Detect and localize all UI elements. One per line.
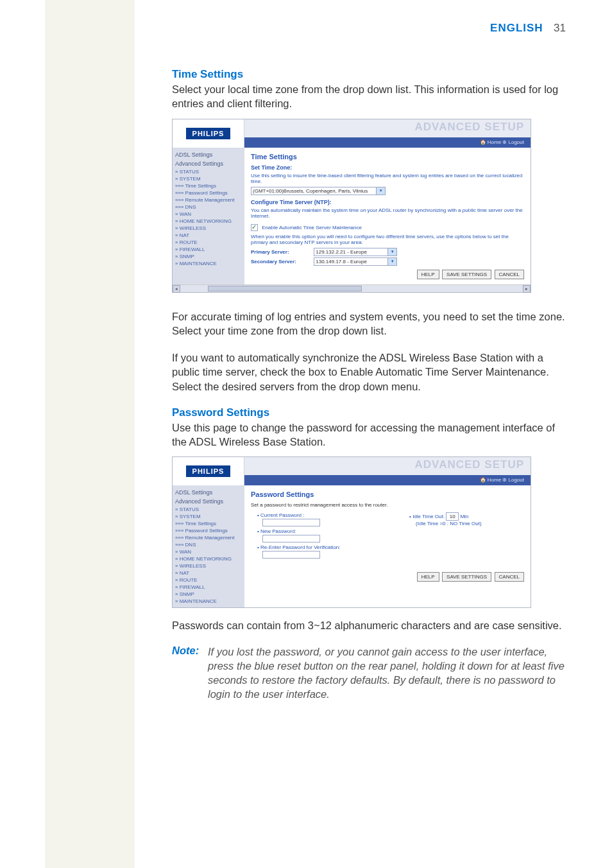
enable-ntp-row: Enable Automatic Time Server Maintenance [251, 224, 524, 231]
philips-logo: PHILIPS [186, 128, 231, 139]
banner-bar[interactable]: 🏠 Home ⊕ Logout [244, 137, 531, 148]
sidebar-item[interactable]: » SNMP [175, 253, 244, 260]
sidebar-item[interactable]: » SYSTEM [175, 513, 244, 520]
scrollbar-track[interactable] [180, 285, 523, 292]
sidebar-heading-adsl[interactable]: ADSL Settings [175, 488, 244, 497]
sidebar-item[interactable]: » FIREWALL [175, 246, 244, 253]
set-time-zone-label: Set Time Zone: [251, 164, 524, 171]
sidebar-item[interactable]: » HOME NETWORKING [175, 555, 244, 562]
main-content: Time Settings Select your local time zon… [172, 68, 566, 702]
sidebar-item[interactable]: »»» DNS [175, 204, 244, 211]
logo-area: PHILIPS [173, 457, 244, 485]
panel-title: Password Settings [251, 490, 524, 498]
sidebar-heading-adsl[interactable]: ADSL Settings [175, 150, 244, 159]
chevron-down-icon: ▾ [387, 258, 396, 265]
secondary-server-row: Secondary Server: 130.149.17.8 - Europe … [251, 257, 524, 266]
reenter-password-input[interactable] [262, 551, 320, 559]
main-panel: Password Settings Set a password to rest… [244, 485, 531, 607]
idle-timeout-hint: (Idle Time =0 : NO Time Out) [416, 521, 524, 526]
password-settings-heading: Password Settings [172, 406, 566, 419]
sidebar-item[interactable]: »»» Password Settings [175, 189, 244, 196]
sidebar-item[interactable]: » SNMP [175, 591, 244, 598]
password-fields: Current Password : New Password: Re-Ente… [251, 510, 401, 560]
sidebar-item[interactable]: »»» Remote Management [175, 534, 244, 541]
time-settings-intro: Select your local time zone from the dro… [172, 82, 566, 111]
idle-timeout-input[interactable]: 10 [446, 512, 459, 521]
new-password-input[interactable] [262, 535, 320, 542]
sidebar: ADSL Settings Advanced Settings » STATUS… [173, 148, 244, 284]
logo-area: PHILIPS [173, 119, 244, 148]
sidebar-item[interactable]: » WIRELESS [175, 562, 244, 569]
sidebar-heading-advanced[interactable]: Advanced Settings [175, 159, 244, 168]
sidebar-item[interactable]: » NAT [175, 569, 244, 577]
note-block: Note: If you lost the password, or you c… [172, 645, 566, 702]
button-row: HELP SAVE SETTINGS CANCEL [251, 270, 524, 279]
left-margin-column [45, 0, 135, 868]
secondary-server-value: 130.149.17.8 - Europe [316, 259, 367, 265]
sidebar-item[interactable]: » ROUTE [175, 577, 244, 584]
sidebar-item[interactable]: » WAN [175, 548, 244, 555]
sidebar-item[interactable]: » STATUS [175, 168, 244, 175]
sidebar-item[interactable]: » STATUS [175, 506, 244, 513]
sidebar-item[interactable]: »»» DNS [175, 541, 244, 548]
note-label: Note: [172, 645, 208, 702]
sidebar-item[interactable]: »»» Time Settings [175, 520, 244, 527]
page-header: ENGLISH 31 [490, 22, 566, 35]
save-settings-button[interactable]: SAVE SETTINGS [442, 270, 491, 279]
help-button[interactable]: HELP [417, 572, 439, 582]
sidebar-item[interactable]: »»» Time Settings [175, 182, 244, 189]
panel-title: Time Settings [251, 153, 524, 161]
save-settings-button[interactable]: SAVE SETTINGS [442, 572, 491, 582]
primary-server-value: 129.132.2.21 - Europe [316, 249, 367, 255]
timezone-select[interactable]: (GMT+01:00)Brussels, Copenhagen, Paris, … [251, 187, 386, 195]
banner: ADVANCED SETUP 🏠 Home ⊕ Logout [244, 119, 531, 148]
sidebar-item[interactable]: » HOME NETWORKING [175, 218, 244, 225]
time-settings-screenshot: PHILIPS ADVANCED SETUP 🏠 Home ⊕ Logout A… [172, 119, 531, 293]
chevron-down-icon: ▾ [376, 187, 385, 195]
ntp-description-2: When you enable this option you will nee… [251, 234, 524, 245]
secondary-server-select[interactable]: 130.149.17.8 - Europe ▾ [314, 257, 397, 266]
tz-description: Use this setting to insure the time-base… [251, 173, 524, 184]
scroll-left-icon[interactable]: ◂ [173, 285, 180, 293]
primary-server-row: Primary Server: 129.132.2.21 - Europe ▾ [251, 248, 524, 256]
horizontal-scrollbar[interactable]: ◂ ▸ [173, 284, 531, 292]
current-password-input[interactable] [262, 519, 320, 526]
cancel-button[interactable]: CANCEL [495, 270, 524, 279]
panel-subtitle: Set a password to restrict management ac… [251, 502, 524, 508]
sidebar-item[interactable]: » MAINTENANCE [175, 598, 244, 605]
help-button[interactable]: HELP [417, 270, 439, 279]
banner-title: ADVANCED SETUP [415, 458, 524, 471]
sidebar-item[interactable]: » SYSTEM [175, 175, 244, 182]
sidebar-item[interactable]: » NAT [175, 232, 244, 239]
secondary-server-label: Secondary Server: [251, 259, 312, 265]
sidebar-item[interactable]: » MAINTENANCE [175, 260, 244, 267]
sidebar-item[interactable]: »»» Remote Management [175, 196, 244, 204]
idle-timeout-label: Idle Time Out: [412, 514, 445, 519]
reenter-password-label: Re-Enter Password for Verification: [257, 544, 401, 550]
new-password-label: New Password: [257, 528, 401, 534]
time-settings-para3: If you want to automatically synchronize… [172, 351, 566, 394]
primary-server-select[interactable]: 129.132.2.21 - Europe ▾ [314, 248, 397, 256]
timezone-value: (GMT+01:00)Brussels, Copenhagen, Paris, … [253, 188, 368, 194]
password-settings-intro: Use this page to change the password for… [172, 421, 566, 449]
chevron-down-icon: ▾ [387, 248, 396, 256]
password-settings-para2: Passwords can contain from 3~12 alphanum… [172, 618, 566, 632]
sidebar-item[interactable]: » FIREWALL [175, 584, 244, 591]
note-text: If you lost the password, or you cannot … [208, 645, 566, 702]
cancel-button[interactable]: CANCEL [495, 572, 524, 582]
enable-ntp-checkbox[interactable] [251, 224, 258, 231]
scrollbar-thumb[interactable] [208, 286, 362, 291]
idle-timeout-unit: Min [460, 514, 468, 519]
scroll-right-icon[interactable]: ▸ [523, 285, 531, 293]
idle-timeout-block: • Idle Time Out: 10 Min (Idle Time =0 : … [409, 510, 524, 526]
ntp-label: Configure Time Server (NTP): [251, 199, 524, 205]
banner-bar[interactable]: 🏠 Home ⊕ Logout [244, 475, 531, 485]
time-settings-heading: Time Settings [172, 68, 566, 81]
sidebar-item[interactable]: » ROUTE [175, 239, 244, 246]
primary-server-label: Primary Server: [251, 249, 312, 255]
sidebar-heading-advanced[interactable]: Advanced Settings [175, 497, 244, 506]
current-password-label: Current Password : [257, 512, 401, 518]
sidebar-item[interactable]: » WIRELESS [175, 225, 244, 232]
sidebar-item[interactable]: » WAN [175, 211, 244, 218]
sidebar-item[interactable]: »»» Password Settings [175, 527, 244, 534]
